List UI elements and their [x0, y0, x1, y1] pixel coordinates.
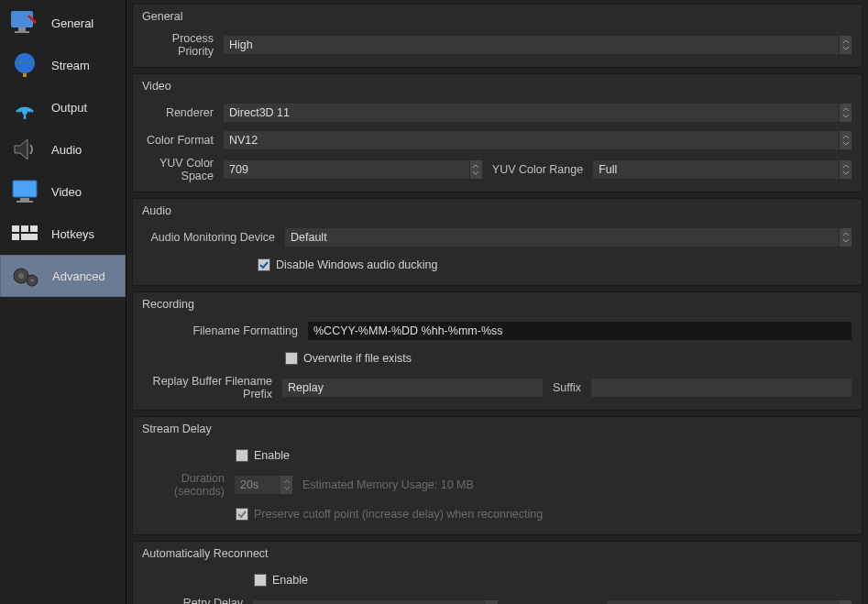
preserve-cutoff-label: Preserve cutoff point (increase delay) w…: [254, 508, 543, 521]
svg-rect-2: [15, 31, 29, 33]
sidebar-item-label: Stream: [51, 59, 90, 72]
section-title: General: [142, 10, 852, 23]
retry-delay-label: Retry Delay (seconds): [142, 597, 252, 604]
reconnect-enable-checkbox[interactable]: Enable: [254, 574, 308, 587]
color-format-select[interactable]: NV12: [223, 130, 840, 150]
filename-formatting-label: Filename Formatting: [142, 324, 307, 337]
section-title: Automatically Reconnect: [142, 547, 852, 560]
section-general: General Process Priority High: [132, 4, 863, 68]
svg-point-18: [30, 279, 34, 282]
sidebar-item-hotkeys[interactable]: Hotkeys: [0, 213, 126, 255]
duration-label: Duration (seconds): [142, 472, 234, 498]
section-title: Stream Delay: [142, 423, 852, 435]
main-content: General Process Priority High Video Rend…: [126, 0, 868, 604]
section-title: Video: [142, 80, 852, 93]
sidebar-item-label: General: [51, 16, 93, 30]
process-priority-select[interactable]: High: [223, 35, 840, 55]
checkbox-checked-icon: [236, 508, 248, 521]
sidebar-item-output[interactable]: Output: [0, 86, 126, 128]
overwrite-checkbox[interactable]: Overwrite if file exists: [285, 352, 412, 365]
wrench-icon: [7, 7, 42, 38]
sidebar-item-label: Advanced: [52, 269, 105, 283]
stream-delay-enable-checkbox[interactable]: Enable: [236, 449, 290, 462]
memory-usage-label: Estimated Memory Usage: 10 MB: [293, 478, 483, 491]
stream-delay-enable-label: Enable: [254, 449, 290, 462]
monitoring-device-label: Audio Monitoring Device: [142, 231, 284, 244]
select-arrows-icon[interactable]: [840, 35, 852, 55]
preserve-cutoff-checkbox: Preserve cutoff point (increase delay) w…: [236, 508, 543, 521]
disable-ducking-label: Disable Windows audio ducking: [276, 258, 437, 271]
disable-ducking-checkbox[interactable]: Disable Windows audio ducking: [258, 258, 437, 271]
monitor-icon: [7, 176, 42, 207]
sidebar-item-audio[interactable]: Audio: [0, 128, 126, 170]
retry-delay-spin[interactable]: 10: [252, 599, 499, 604]
svg-rect-0: [11, 11, 33, 27]
overwrite-label: Overwrite if file exists: [303, 352, 412, 365]
globe-icon: [7, 49, 42, 81]
svg-rect-9: [16, 201, 33, 203]
reconnect-enable-label: Enable: [272, 574, 308, 587]
replay-prefix-label: Replay Buffer Filename Prefix: [142, 375, 281, 401]
process-priority-label: Process Priority: [142, 32, 223, 58]
section-title: Audio: [142, 204, 852, 217]
svg-rect-13: [12, 234, 19, 240]
suffix-label: Suffix: [544, 381, 590, 394]
section-title: Recording: [142, 298, 852, 311]
svg-rect-1: [18, 27, 26, 31]
section-video: Video Renderer Direct3D 11 Color Format …: [132, 73, 863, 192]
suffix-input[interactable]: [590, 378, 852, 398]
sidebar: General Stream Output: [0, 0, 126, 604]
sidebar-item-label: Hotkeys: [51, 227, 94, 241]
select-arrows-icon[interactable]: [840, 227, 852, 247]
svg-rect-4: [23, 73, 27, 77]
speaker-icon: [7, 134, 42, 165]
color-format-label: Color Format: [142, 134, 223, 147]
sidebar-item-video[interactable]: Video: [0, 170, 126, 213]
checkbox-unchecked-icon: [236, 449, 248, 462]
duration-spin: 20s: [234, 475, 293, 495]
svg-rect-8: [20, 198, 29, 201]
section-audio: Audio Audio Monitoring Device Default Di…: [132, 198, 863, 286]
sidebar-item-advanced[interactable]: Advanced: [0, 255, 126, 297]
svg-point-16: [18, 273, 24, 279]
sidebar-item-general[interactable]: General: [0, 2, 126, 44]
svg-point-3: [15, 53, 35, 73]
select-arrows-icon[interactable]: [840, 130, 852, 150]
spin-arrows-icon: [280, 475, 293, 495]
signal-icon: [7, 92, 42, 123]
yuv-color-range-label: YUV Color Range: [483, 163, 592, 176]
checkbox-unchecked-icon: [285, 352, 298, 365]
filename-formatting-input[interactable]: %CCYY-%MM-%DD %hh-%mm-%ss: [307, 321, 852, 341]
max-retries-spin[interactable]: 20: [606, 599, 852, 604]
select-arrows-icon[interactable]: [840, 103, 852, 123]
section-stream-delay: Stream Delay Enable Duration (seconds) 2…: [132, 416, 863, 535]
select-arrows-icon[interactable]: [470, 159, 483, 180]
sidebar-item-label: Video: [51, 185, 82, 199]
checkbox-checked-icon: [258, 258, 270, 271]
sidebar-item-label: Output: [51, 101, 87, 115]
monitoring-device-select[interactable]: Default: [284, 227, 840, 247]
section-recording: Recording Filename Formatting %CCYY-%MM-…: [132, 291, 863, 411]
select-arrows-icon[interactable]: [840, 159, 852, 180]
sidebar-item-label: Audio: [51, 143, 82, 157]
gears-icon: [8, 260, 43, 291]
yuv-color-space-label: YUV Color Space: [142, 157, 223, 182]
svg-rect-14: [21, 234, 38, 240]
svg-rect-10: [12, 225, 19, 232]
svg-rect-11: [21, 225, 28, 232]
renderer-label: Renderer: [142, 106, 223, 119]
spin-arrows-icon[interactable]: [840, 599, 852, 604]
spin-arrows-icon[interactable]: [486, 599, 499, 604]
sidebar-item-stream[interactable]: Stream: [0, 44, 126, 86]
yuv-color-space-select[interactable]: 709: [223, 159, 470, 180]
replay-prefix-input[interactable]: Replay: [281, 378, 544, 398]
checkbox-unchecked-icon: [254, 574, 267, 587]
svg-rect-7: [13, 181, 37, 197]
keyboard-icon: [7, 218, 42, 249]
yuv-color-range-select[interactable]: Full: [592, 159, 840, 180]
svg-rect-12: [30, 225, 38, 232]
renderer-select[interactable]: Direct3D 11: [223, 103, 840, 123]
section-reconnect: Automatically Reconnect Enable Retry Del…: [132, 541, 863, 604]
